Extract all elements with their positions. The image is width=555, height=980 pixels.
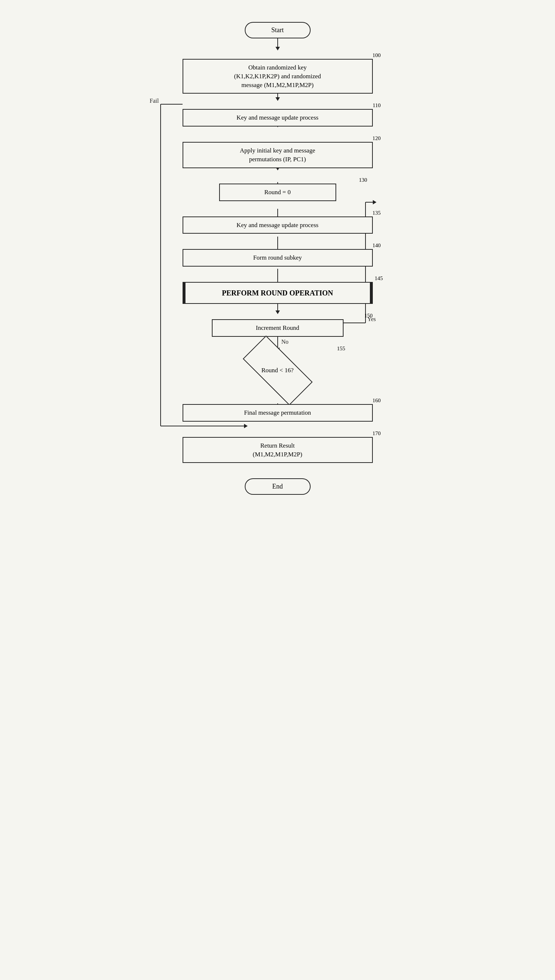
flowchart: No Fail Yes Start Obta: [139, 7, 417, 513]
node-145-wrap: PERFORM ROUND OPERATION 145: [153, 282, 402, 304]
node-155-wrap: Round < 16? 155: [153, 352, 402, 389]
ref-145: 145: [375, 275, 383, 281]
node-170-wrap: Return Result(M1,M2,M1P,M2P) 170: [153, 437, 402, 463]
node-155-text: Round < 16?: [261, 367, 294, 374]
ref-170: 170: [372, 430, 381, 436]
end-pill: End: [245, 478, 311, 495]
node-145-text: PERFORM ROUND OPERATION: [222, 289, 333, 297]
node-120-text: Apply initial key and messagepermutation…: [240, 147, 315, 163]
ref-120: 120: [372, 135, 381, 142]
node-170: Return Result(M1,M2,M1P,M2P): [183, 437, 373, 463]
node-130-text: Round = 0: [265, 189, 291, 196]
node-100-wrap: Obtain randomized key(K1,K2,K1P,K2P) and…: [153, 59, 402, 94]
node-160-wrap: Final message permutation 160: [153, 404, 402, 422]
start-pill: Start: [245, 22, 311, 38]
node-135: Key and message update process: [183, 216, 373, 234]
node-130: Round = 0: [219, 184, 336, 201]
node-140: Form round subkey: [183, 249, 373, 267]
ref-140: 140: [372, 243, 381, 249]
ref-155: 155: [337, 345, 345, 352]
node-135-wrap: Key and message update process 135: [153, 216, 402, 234]
node-150: Increment Round: [212, 319, 343, 337]
node-140-wrap: Form round subkey 140: [153, 249, 402, 267]
node-160-text: Final message permutation: [244, 409, 311, 416]
node-100-text: Obtain randomized key(K1,K2,K1P,K2P) and…: [234, 64, 321, 88]
ref-110: 110: [373, 102, 381, 109]
start-node: Start: [245, 22, 311, 38]
ref-130: 130: [359, 177, 367, 183]
node-145: PERFORM ROUND OPERATION: [183, 282, 373, 304]
node-155-diamond-wrap: Round < 16?: [241, 352, 314, 389]
node-130-wrap: Round = 0 130: [153, 184, 402, 201]
node-135-text: Key and message update process: [237, 222, 319, 229]
ref-135: 135: [372, 210, 381, 216]
flow-column: Start Obtain randomized key(K1,K2,K1P,K2…: [153, 18, 402, 502]
ref-160: 160: [372, 398, 381, 404]
node-140-text: Form round subkey: [253, 254, 302, 261]
node-110-wrap: Key and message update process 110: [153, 109, 402, 126]
node-120: Apply initial key and messagepermutation…: [183, 142, 373, 168]
node-100: Obtain randomized key(K1,K2,K1P,K2P) and…: [183, 59, 373, 94]
node-120-wrap: Apply initial key and messagepermutation…: [153, 142, 402, 168]
ref-150: 150: [364, 313, 373, 319]
node-110: Key and message update process: [183, 109, 373, 126]
node-150-text: Increment Round: [256, 325, 299, 331]
node-160: Final message permutation: [183, 404, 373, 422]
node-110-text: Key and message update process: [237, 114, 319, 121]
end-node: End: [245, 478, 311, 495]
node-150-wrap: Increment Round 150: [153, 319, 402, 337]
node-170-text: Return Result(M1,M2,M1P,M2P): [253, 442, 303, 458]
ref-100: 100: [372, 52, 381, 59]
